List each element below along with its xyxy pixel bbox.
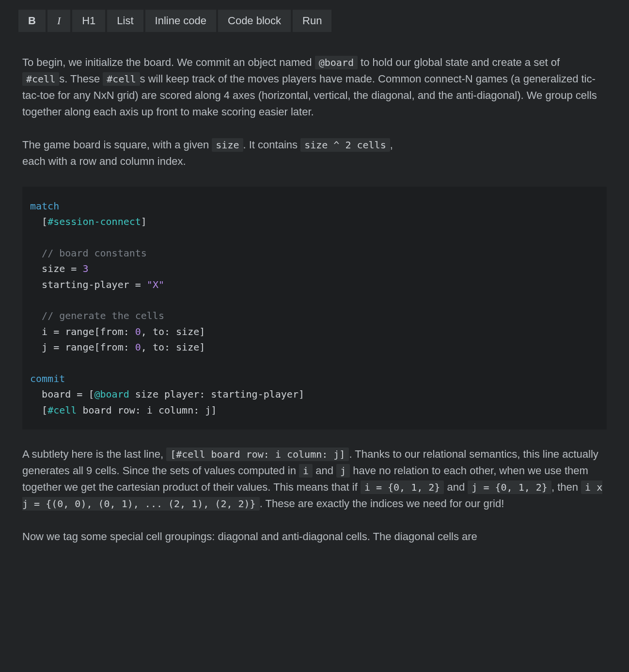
inline-code: j bbox=[336, 464, 350, 478]
text: s. These bbox=[59, 73, 103, 85]
board-size-paragraph: The game board is square, with a given s… bbox=[22, 137, 607, 170]
comment: // generate the cells bbox=[42, 310, 164, 321]
text: each with a row and column index. bbox=[22, 155, 186, 167]
code-block-button[interactable]: Code block bbox=[218, 10, 291, 32]
italic-button[interactable]: I bbox=[47, 10, 70, 32]
fn-call: range[from: bbox=[65, 326, 135, 337]
inline-code: #cell bbox=[103, 72, 140, 86]
tag-board: @board bbox=[94, 388, 129, 400]
inline-code: [#cell board row: i column: j] bbox=[166, 448, 349, 461]
subtlety-paragraph: A subtlety here is the last line, [#cell… bbox=[22, 446, 607, 512]
inline-code-button[interactable]: Inline code bbox=[145, 10, 216, 32]
identifier: board bbox=[42, 388, 71, 400]
bracket: [ bbox=[88, 388, 94, 400]
identifier: i bbox=[42, 326, 47, 337]
attrs: size player: starting-player bbox=[129, 388, 299, 400]
inline-code: @board bbox=[315, 56, 358, 69]
code-block-init-board[interactable]: match [#session-connect] // board consta… bbox=[22, 187, 607, 430]
text: and bbox=[313, 464, 336, 477]
number: 0 bbox=[135, 341, 141, 353]
operator: = bbox=[129, 279, 147, 290]
inline-code: #cell bbox=[22, 72, 59, 86]
bracket: [ bbox=[42, 404, 47, 416]
bracket: ] bbox=[299, 388, 304, 400]
bracket: ] bbox=[211, 404, 217, 416]
bracket: [ bbox=[42, 216, 47, 227]
formatting-toolbar: B I H1 List Inline code Code block Run bbox=[18, 10, 607, 32]
text: To begin, we initialize the board. We co… bbox=[22, 56, 315, 68]
keyword-commit: commit bbox=[30, 373, 65, 384]
operator: = bbox=[71, 388, 88, 400]
fn-call: range[from: bbox=[65, 341, 135, 353]
identifier: size bbox=[42, 263, 65, 274]
text: Now we tag some special cell groupings: … bbox=[22, 530, 477, 543]
diagonal-paragraph: Now we tag some special cell groupings: … bbox=[22, 528, 607, 545]
bracket: ] bbox=[141, 216, 147, 227]
number: 3 bbox=[82, 263, 88, 274]
list-button[interactable]: List bbox=[107, 10, 143, 32]
bold-button[interactable]: B bbox=[18, 10, 46, 32]
comment: // board constants bbox=[42, 247, 147, 259]
number: 0 bbox=[135, 326, 141, 337]
inline-code: size bbox=[212, 138, 243, 152]
operator: = bbox=[47, 341, 65, 353]
operator: = bbox=[65, 263, 82, 274]
string: "X" bbox=[147, 279, 164, 290]
intro-paragraph: To begin, we initialize the board. We co… bbox=[22, 54, 607, 120]
fn-call: , to: size] bbox=[141, 326, 205, 337]
text: to hold our global state and create a se… bbox=[358, 56, 560, 68]
text: A subtlety here is the last line, bbox=[22, 448, 166, 460]
run-button[interactable]: Run bbox=[293, 10, 331, 32]
text: The game board is square, with a given bbox=[22, 139, 212, 151]
fn-call: , to: size] bbox=[141, 341, 205, 353]
text: . It contains bbox=[243, 139, 301, 151]
attrs: board row: i column: j bbox=[77, 404, 211, 416]
identifier: j bbox=[42, 341, 47, 353]
inline-code: size ^ 2 cells bbox=[300, 138, 390, 152]
h1-button[interactable]: H1 bbox=[72, 10, 105, 32]
inline-code: i bbox=[299, 464, 313, 478]
text: . These are exactly the indices we need … bbox=[260, 497, 504, 510]
identifier: starting-player bbox=[42, 279, 129, 290]
inline-code: j = {0, 1, 2} bbox=[468, 480, 551, 494]
tag-cell: #cell bbox=[47, 404, 77, 416]
text: , bbox=[390, 139, 393, 151]
text: and bbox=[444, 481, 468, 493]
tag-session-connect: #session-connect bbox=[47, 216, 141, 227]
inline-code: i = {0, 1, 2} bbox=[361, 480, 444, 494]
text: , then bbox=[551, 481, 581, 493]
keyword-match: match bbox=[30, 200, 59, 212]
operator: = bbox=[47, 326, 65, 337]
